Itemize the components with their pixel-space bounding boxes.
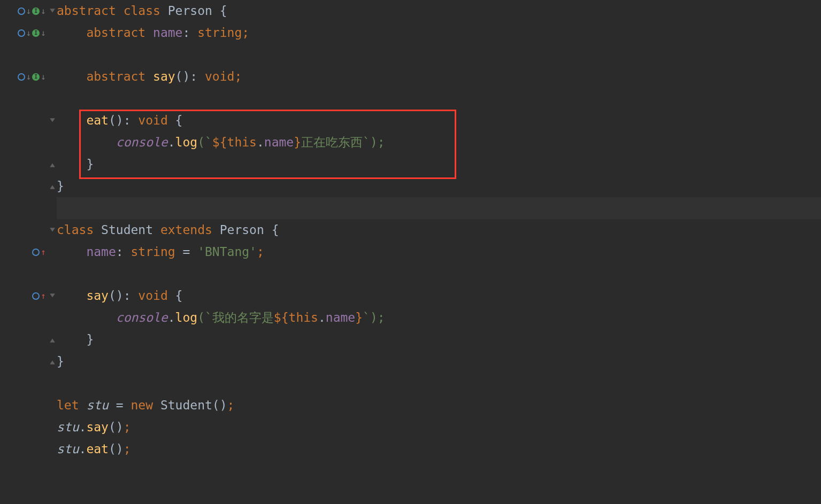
code-line[interactable]: stu.say();: [57, 416, 821, 438]
code-line[interactable]: say(): void {: [57, 285, 821, 307]
code-line[interactable]: }: [57, 351, 821, 373]
arrow-up-icon: ↑: [41, 248, 46, 257]
code-line[interactable]: class Student extends Person {: [57, 219, 821, 241]
code-line[interactable]: stu.eat();: [57, 438, 821, 460]
gutter-row[interactable]: ↑: [0, 241, 48, 263]
gutter-row[interactable]: ↑: [0, 285, 48, 307]
implemented-icon[interactable]: I: [32, 7, 40, 15]
arrow-down-icon: ↓: [26, 73, 32, 81]
code-line[interactable]: }: [57, 329, 821, 351]
override-up-icon[interactable]: [32, 249, 40, 256]
code-line[interactable]: [57, 88, 821, 110]
fold-end-icon[interactable]: [49, 161, 56, 168]
fold-end-icon[interactable]: [49, 183, 56, 190]
code-line[interactable]: [57, 263, 821, 285]
implemented-icon[interactable]: I: [32, 73, 40, 81]
fold-end-icon[interactable]: [49, 336, 56, 344]
gutter-row[interactable]: ↓ I↓: [0, 0, 48, 22]
override-up-icon[interactable]: [32, 292, 40, 300]
arrow-down-icon: ↓: [41, 29, 46, 37]
gutter-row[interactable]: ↓ I↓: [0, 22, 48, 44]
code-line[interactable]: let stu = new Student();: [57, 394, 821, 416]
code-line[interactable]: console.log(`${this.name}正在吃东西`);: [57, 131, 821, 153]
arrow-down-icon: ↓: [26, 7, 32, 15]
override-down-icon[interactable]: [18, 29, 25, 37]
code-line[interactable]: [57, 44, 821, 66]
gutter-row[interactable]: ↓ I↓: [0, 66, 48, 88]
fold-toggle-icon[interactable]: [49, 292, 56, 300]
fold-toggle-icon[interactable]: [49, 7, 56, 15]
implemented-icon[interactable]: I: [32, 29, 40, 37]
gutter: ↓ I↓ ↓ I↓ ↓ I↓ ↑ ↑: [0, 0, 48, 504]
code-line[interactable]: console.log(`我的名字是${this.name}`);: [57, 307, 821, 329]
override-down-icon[interactable]: [18, 7, 25, 15]
code-editor: ↓ I↓ ↓ I↓ ↓ I↓ ↑ ↑: [0, 0, 821, 504]
code-line[interactable]: [57, 373, 821, 394]
fold-toggle-icon[interactable]: [49, 117, 56, 125]
arrow-down-icon: ↓: [26, 29, 32, 37]
arrow-up-icon: ↑: [41, 292, 46, 300]
override-down-icon[interactable]: [18, 73, 25, 81]
fold-end-icon[interactable]: [49, 358, 56, 366]
code-line[interactable]: abstract say(): void;: [57, 66, 821, 88]
arrow-down-icon: ↓: [41, 7, 46, 15]
code-line[interactable]: abstract name: string;: [57, 22, 821, 44]
arrow-down-icon: ↓: [41, 73, 46, 81]
code-line[interactable]: abstract class Person {: [57, 0, 821, 22]
fold-toggle-icon[interactable]: [49, 227, 56, 234]
code-line[interactable]: }: [57, 153, 821, 175]
code-area[interactable]: abstract class Person { abstract name: s…: [57, 0, 821, 504]
code-line-active[interactable]: [57, 197, 821, 219]
code-line[interactable]: name: string = 'BNTang';: [57, 241, 821, 263]
fold-column: [48, 0, 57, 504]
code-line[interactable]: eat(): void {: [57, 110, 821, 131]
code-line[interactable]: }: [57, 175, 821, 197]
